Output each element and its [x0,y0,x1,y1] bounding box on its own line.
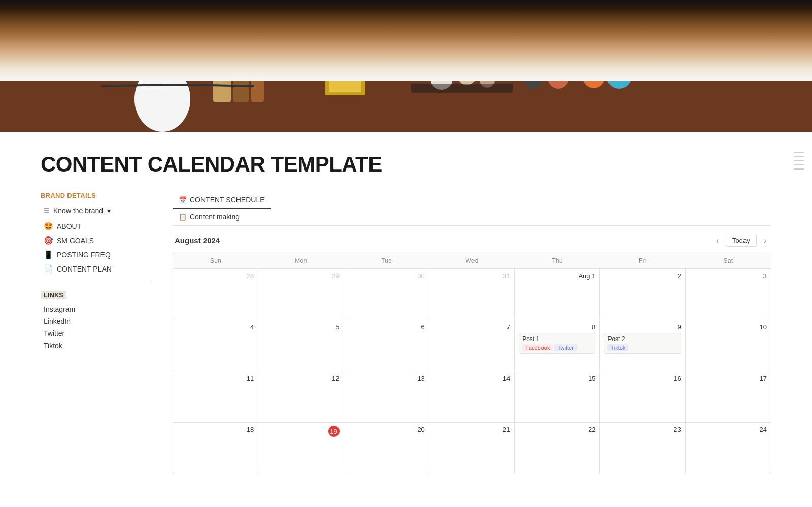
link-item-linkedin[interactable]: LinkedIn [41,316,152,327]
calendar-cell-16[interactable]: 16 [600,371,685,422]
svg-point-25 [606,63,632,89]
content-area: BRAND DETAILS ☰ Know the brand ▾ 🤩ABOUT🎯… [0,187,812,507]
tab-content-making[interactable]: 📋Content making [173,209,271,226]
sidebar-item-about[interactable]: 🤩ABOUT [41,220,152,233]
calendar-cell-13[interactable]: 13 [344,371,429,422]
cell-date-6: 6 [348,323,425,331]
cell-date-5: 5 [262,323,339,331]
sidebar-item-sm-goals[interactable]: 🎯SM GOALS [41,234,152,247]
calendar-cell-6[interactable]: 6 [344,320,429,371]
cell-date-16: 16 [604,375,681,382]
link-item-tiktok[interactable]: Tiktok [41,340,152,351]
svg-point-7 [738,13,794,69]
calendar-cell-29[interactable]: 29 [258,269,344,320]
title-area: CONTENT CALENDAR TEMPLATE [0,132,812,187]
sidebar-label-about: ABOUT [57,222,81,230]
cell-date-14: 14 [433,375,510,382]
sidebar-item-posting-freq[interactable]: 📱POSTING FREQ [41,248,152,261]
know-brand-label: Know the brand [53,207,103,215]
calendar-cell-22[interactable]: 22 [515,423,600,474]
day-name-thu: Thu [515,253,600,268]
calendar-cell-20[interactable]: 20 [344,423,429,474]
calendar-cell-11[interactable]: 11 [173,371,258,422]
content-schedule-tab-icon: 📅 [179,196,187,204]
hero-illustration [0,0,812,132]
day-name-fri: Fri [600,253,685,268]
calendar-cell-Aug-1[interactable]: Aug 1 [515,269,600,320]
day-name-mon: Mon [258,253,344,268]
calendar-cell-3[interactable]: 3 [686,269,771,320]
cell-date-30: 30 [348,272,425,280]
day-name-sat: Sat [686,253,771,268]
calendar-week-1: 45678Post 1FacebookTwitter9Post 2Tiktok1… [173,320,771,371]
calendar-cell-18[interactable]: 18 [173,423,258,474]
calendar-cell-4[interactable]: 4 [173,320,258,371]
scroll-indicator [794,152,804,153]
prev-month-button[interactable]: ‹ [713,235,722,246]
scroll-indicator [794,160,804,161]
event-tags-post1: FacebookTwitter [522,344,592,351]
know-brand-item[interactable]: ☰ Know the brand ▾ [41,205,152,217]
svg-point-20 [458,67,476,85]
cell-date-21: 21 [433,426,510,433]
calendar-cell-7[interactable]: 7 [429,320,515,371]
calendar-cell-31[interactable]: 31 [429,269,515,320]
svg-rect-11 [294,10,518,66]
cell-date-15: 15 [519,375,595,382]
calendar-cell-28[interactable]: 28 [173,269,258,320]
calendar-tabs: 📅CONTENT SCHEDULE📋Content making [173,192,771,226]
page-title: CONTENT CALENDAR TEMPLATE [41,152,771,177]
event-title-post1: Post 1 [522,335,539,343]
tab-content-schedule[interactable]: 📅CONTENT SCHEDULE [173,192,271,209]
cell-date-18: 18 [177,426,254,433]
scroll-indicator [794,164,804,165]
sm-goals-icon: 🎯 [44,236,53,245]
scrollbar[interactable] [794,152,804,170]
calendar-cell-14[interactable]: 14 [429,371,515,422]
calendar-week-3: 18192021222324 [173,423,771,474]
calendar-week-0: 28293031Aug 123 [173,269,771,320]
cell-date-28: 28 [177,272,254,280]
svg-point-22 [523,61,543,89]
link-item-instagram[interactable]: Instagram [41,303,152,315]
calendar-cell-9[interactable]: 9Post 2Tiktok [600,320,685,371]
cell-date-4: 4 [177,323,254,331]
calendar-cell-10[interactable]: 10 [686,320,771,371]
links-list: InstagramLinkedInTwitterTiktok [41,303,152,351]
svg-point-6 [37,31,55,50]
calendar-cell-21[interactable]: 21 [429,423,515,474]
link-item-twitter[interactable]: Twitter [41,328,152,339]
calendar-cell-15[interactable]: 15 [515,371,600,422]
event-post1[interactable]: Post 1FacebookTwitter [519,333,595,354]
cell-date-Aug-1: Aug 1 [519,272,595,280]
calendar-cell-23[interactable]: 23 [600,423,685,474]
calendar-header: August 2024 ‹ Today › [173,234,771,247]
svg-point-23 [547,63,569,89]
posting-freq-icon: 📱 [44,250,53,259]
calendar-cell-12[interactable]: 12 [258,371,344,422]
calendar-cell-19[interactable]: 19 [258,423,344,474]
calendar-cell-30[interactable]: 30 [344,269,429,320]
sidebar-item-content-plan[interactable]: 📄CONTENT PLAN [41,262,152,276]
calendar-cell-24[interactable]: 24 [686,423,771,474]
svg-rect-10 [289,5,523,71]
calendar-cell-17[interactable]: 17 [686,371,771,422]
event-post2[interactable]: Post 2Tiktok [604,333,681,354]
calendar-navigation: ‹ Today › [713,234,769,247]
calendar-cell-8[interactable]: 8Post 1FacebookTwitter [515,320,600,371]
svg-point-13 [134,63,190,79]
event-tag-twitter: Twitter [554,344,577,351]
event-tag-tiktok: Tiktok [607,344,628,351]
cell-date-8: 8 [519,323,595,331]
svg-rect-2 [0,61,812,65]
calendar-cell-5[interactable]: 5 [258,320,344,371]
cell-date-3: 3 [690,272,767,280]
next-month-button[interactable]: › [761,235,769,246]
cell-date-19: 19 [328,426,340,437]
event-tags-post2: Tiktok [607,344,677,351]
calendar-cell-2[interactable]: 2 [600,269,685,320]
today-button[interactable]: Today [726,234,757,247]
cell-date-10: 10 [690,323,767,331]
chevron-down-icon: ▾ [107,207,111,215]
cell-date-2: 2 [604,272,681,280]
